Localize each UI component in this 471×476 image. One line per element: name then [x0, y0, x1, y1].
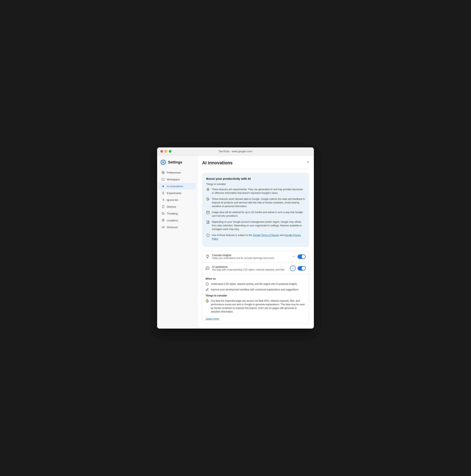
content-area: AI innovations × Boost your productivity… — [197, 155, 314, 329]
sparkle-icon — [161, 185, 165, 188]
ai-chat-icon — [206, 266, 209, 270]
sidebar-item-label: Experiments — [167, 192, 181, 195]
sidebar-item-preferences[interactable]: Preferences — [158, 169, 196, 176]
svg-rect-8 — [162, 205, 164, 208]
info-item-4: Depending on your Google account managem… — [206, 220, 305, 231]
when-on-item-text-2: Improve your development workflow with c… — [211, 288, 298, 291]
fullscreen-traffic-light[interactable] — [169, 150, 171, 153]
sidebar-item-experiments[interactable]: Experiments — [158, 190, 196, 196]
console-insights-title: Console Insights — [212, 254, 289, 257]
ai-assistance-actions — [290, 266, 306, 271]
sidebar-item-ignore-list[interactable]: Ignore list — [158, 196, 196, 203]
sidebar-item-locations[interactable]: Locations — [158, 217, 196, 224]
ai-assistance-collapse-button[interactable] — [290, 266, 296, 271]
devtools-window: DevTools - www.google.com/ Settings — [157, 147, 314, 329]
when-on-item-text-1: Understand CSS styles, network activity,… — [211, 282, 297, 286]
titlebar: DevTools - www.google.com/ — [157, 147, 314, 155]
sidebar-item-label: Shortcuts — [167, 226, 178, 229]
console-insights-info: Console Insights Helps you understand an… — [212, 254, 289, 259]
info-item-text-2: These features send relevant data to Goo… — [212, 197, 305, 208]
ai-assistance-title: AI assistance — [212, 265, 288, 268]
close-button[interactable]: × — [307, 160, 309, 164]
things-to-consider-title: Things to consider — [206, 294, 306, 297]
content-header: AI innovations × — [202, 160, 309, 169]
calendar-icon — [206, 211, 210, 214]
ai-assistance-desc: Get help with understanding CSS styles, … — [212, 268, 288, 271]
info-item-5: Use of these features is subject to the … — [206, 233, 305, 241]
gauge-icon — [161, 212, 165, 215]
svg-rect-11 — [162, 227, 164, 228]
flask-icon — [161, 191, 165, 195]
when-on-title: When on — [206, 277, 306, 280]
learn-more-link[interactable]: Learn more — [206, 317, 219, 320]
console-insights-row: Console Insights Helps you understand an… — [202, 251, 309, 262]
svg-point-1 — [163, 172, 164, 173]
shield-icon — [206, 234, 210, 237]
sparkle-warning-icon — [206, 188, 210, 191]
sidebar: Settings Preferences — [157, 155, 197, 329]
page-title: AI innovations — [202, 160, 233, 166]
sidebar-item-shortcuts[interactable]: Shortcuts — [158, 224, 196, 231]
doc-icon — [206, 220, 210, 224]
when-on-item-2: Improve your development workflow with c… — [206, 288, 306, 291]
ai-assistance-row: AI assistance Get help with understandin… — [202, 262, 309, 274]
traffic-lights — [160, 150, 171, 153]
info-item-3: Usage data will be retained for up to 18… — [206, 210, 305, 218]
window-title: DevTools - www.google.com/ — [219, 150, 252, 153]
info-item-text-3: Usage data will be retained for up to 18… — [212, 210, 305, 218]
info-circle-icon — [206, 282, 209, 286]
info-box-title: Boost your productivity with AI — [206, 177, 305, 180]
sidebar-item-label: Workspace — [167, 178, 180, 181]
keyboard-icon — [161, 225, 165, 229]
when-on-item-1: Understand CSS styles, network activity,… — [206, 282, 306, 286]
ai-assistance-toggle[interactable] — [297, 266, 306, 271]
folder-icon — [161, 178, 165, 181]
sidebar-nav: Preferences Workspace — [157, 169, 197, 231]
sidebar-item-devices[interactable]: Devices — [158, 203, 196, 210]
feature-cards: Console Insights Helps you understand an… — [202, 251, 309, 324]
list-icon — [161, 198, 165, 202]
info-item-text-4: Depending on your Google account managem… — [212, 220, 305, 231]
things-to-consider-text-1: Any data the inspected page can access v… — [211, 299, 306, 314]
svg-rect-12 — [207, 211, 209, 214]
sidebar-item-workspace[interactable]: Workspace — [158, 176, 196, 183]
sidebar-item-label: AI innovations — [167, 185, 183, 188]
lightbulb-star-icon — [206, 255, 209, 259]
info-item-1: These features are experimental. They us… — [206, 187, 305, 195]
info-box: Boost your productivity with AI Things t… — [202, 173, 309, 247]
console-insights-expand-button[interactable] — [291, 254, 296, 259]
info-box-subtitle: Things to consider — [206, 183, 305, 186]
info-item-2: These features send relevant data to Goo… — [206, 197, 305, 208]
svg-point-0 — [163, 162, 164, 163]
sidebar-item-label: Preferences — [167, 171, 181, 174]
gear-icon — [161, 171, 165, 174]
settings-logo-icon — [160, 159, 166, 165]
close-traffic-light[interactable] — [160, 150, 163, 153]
svg-point-10 — [163, 220, 164, 221]
things-to-consider-item-1: Any data the inspected page can access v… — [206, 299, 306, 314]
google-g-icon-2 — [206, 299, 209, 303]
sidebar-item-label: Ignore list — [167, 198, 178, 202]
pencil-magic-icon — [206, 288, 209, 291]
minimize-traffic-light[interactable] — [165, 150, 167, 153]
device-icon — [161, 205, 165, 208]
console-insights-desc: Helps you understand and fix console war… — [212, 257, 289, 259]
info-item-text-5: Use of these features is subject to the … — [212, 233, 305, 241]
google-g-icon-1 — [206, 197, 210, 201]
console-insights-toggle[interactable] — [297, 255, 306, 259]
ai-assistance-expanded: When on Understand CSS styles, network a… — [202, 274, 309, 323]
sidebar-item-ai-innovations[interactable]: AI innovations — [158, 183, 196, 190]
pin-icon — [161, 219, 165, 222]
info-item-text-1: These features are experimental. They us… — [212, 187, 305, 195]
sidebar-title: Settings — [168, 160, 182, 165]
console-insights-actions — [291, 254, 306, 259]
sidebar-item-throttling[interactable]: Throttling — [158, 210, 196, 217]
sidebar-item-label: Throttling — [167, 212, 178, 215]
sidebar-item-label: Locations — [167, 219, 178, 222]
sidebar-header: Settings — [157, 159, 197, 169]
main-layout: Settings Preferences — [157, 155, 314, 329]
sidebar-item-label: Devices — [167, 205, 176, 208]
tos-link[interactable]: Google Terms of Service — [253, 234, 279, 237]
ai-assistance-info: AI assistance Get help with understandin… — [212, 265, 288, 271]
